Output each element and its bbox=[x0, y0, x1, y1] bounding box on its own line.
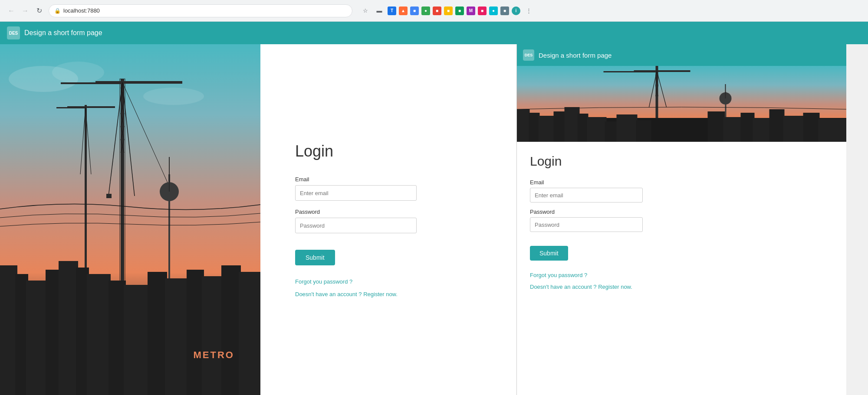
menu-icon[interactable]: ⋮ bbox=[523, 5, 535, 17]
svg-rect-42 bbox=[187, 270, 204, 395]
svg-rect-77 bbox=[819, 119, 847, 142]
preview-header-title: Design a short form page bbox=[539, 52, 612, 59]
ext-blue1[interactable]: ■ bbox=[410, 7, 419, 15]
ext-purple[interactable]: M bbox=[467, 7, 475, 15]
preview-panel: DES Design a short form page bbox=[516, 44, 846, 395]
svg-rect-73 bbox=[753, 118, 771, 142]
preview-content: Login Email Password Submit Forgot you p… bbox=[517, 142, 846, 395]
preview-logo-text: DES bbox=[525, 53, 533, 57]
svg-point-2 bbox=[52, 62, 104, 83]
preview-container: DES Design a short form page bbox=[517, 44, 846, 395]
address-bar[interactable]: 🔒 localhost:7880 bbox=[49, 4, 352, 17]
url-text: localhost:7880 bbox=[63, 7, 100, 14]
email-label: Email bbox=[295, 176, 417, 183]
svg-rect-63 bbox=[554, 111, 566, 142]
svg-rect-72 bbox=[741, 113, 755, 142]
svg-rect-39 bbox=[124, 285, 150, 395]
app-title: Design a short form page bbox=[24, 29, 102, 37]
svg-rect-61 bbox=[529, 113, 540, 142]
svg-rect-62 bbox=[539, 116, 556, 142]
svg-rect-68 bbox=[617, 114, 638, 142]
email-form-group: Email bbox=[295, 176, 417, 201]
preview-image bbox=[517, 66, 846, 142]
svg-rect-41 bbox=[165, 278, 189, 395]
lock-icon: 🔒 bbox=[54, 8, 61, 14]
preview-email-input[interactable] bbox=[530, 188, 643, 202]
svg-rect-31 bbox=[0, 265, 17, 395]
preview-register-link[interactable]: Doesn't have an account ? Register now. bbox=[530, 284, 833, 290]
svg-rect-66 bbox=[587, 117, 607, 142]
form-panel: Login Email Password Submit Forgot you p… bbox=[260, 44, 516, 395]
svg-point-3 bbox=[143, 88, 204, 105]
ext-pink[interactable]: ■ bbox=[478, 7, 487, 15]
preview-form-links: Forgot you password ? Doesn't have an ac… bbox=[530, 272, 833, 290]
svg-rect-34 bbox=[46, 270, 61, 395]
ext-teal[interactable]: i bbox=[512, 7, 520, 15]
svg-rect-35 bbox=[59, 261, 78, 395]
browser-chrome: ← → ↻ 🔒 localhost:7880 ☆ ▬ T ▲ ■ ● ■ ■ ■… bbox=[0, 0, 868, 22]
password-label: Password bbox=[295, 209, 417, 215]
svg-rect-71 bbox=[723, 117, 743, 142]
svg-rect-65 bbox=[578, 114, 589, 142]
preview-login-title: Login bbox=[530, 154, 833, 169]
svg-rect-60 bbox=[517, 109, 530, 142]
svg-rect-49 bbox=[604, 71, 656, 72]
main-area: METRO Login Email Password Submit Forgot… bbox=[0, 44, 868, 395]
bookmark-star-icon[interactable]: ☆ bbox=[359, 5, 372, 17]
preview-password-group: Password bbox=[530, 209, 833, 232]
svg-rect-24 bbox=[56, 107, 85, 108]
preview-header: DES Design a short form page bbox=[517, 44, 846, 66]
ext-trello[interactable]: T bbox=[388, 7, 396, 15]
submit-button[interactable]: Submit bbox=[295, 250, 335, 265]
refresh-button[interactable]: ↻ bbox=[33, 5, 45, 17]
image-panel: METRO bbox=[0, 44, 260, 395]
preview-email-group: Email bbox=[530, 179, 833, 202]
svg-rect-37 bbox=[87, 274, 111, 395]
ext-cyan[interactable]: ● bbox=[489, 7, 498, 15]
ext-green[interactable]: ● bbox=[421, 7, 430, 15]
back-button[interactable]: ← bbox=[5, 5, 17, 17]
svg-rect-38 bbox=[108, 281, 126, 395]
svg-rect-58 bbox=[725, 84, 726, 98]
svg-rect-76 bbox=[803, 113, 820, 142]
ext-green2[interactable]: ■ bbox=[455, 7, 464, 15]
svg-rect-43 bbox=[202, 276, 224, 395]
password-input[interactable] bbox=[295, 218, 417, 233]
forgot-password-link[interactable]: Forgot you password ? bbox=[295, 278, 398, 285]
extensions-icon[interactable]: ▬ bbox=[373, 5, 385, 17]
preview-logo: DES bbox=[523, 49, 534, 61]
ext-yellow[interactable]: ■ bbox=[444, 7, 453, 15]
browser-view: METRO Login Email Password Submit Forgot… bbox=[0, 44, 516, 395]
ext-red[interactable]: ■ bbox=[433, 7, 441, 15]
forward-button[interactable]: → bbox=[19, 5, 31, 17]
toolbar-icons: ☆ ▬ T ▲ ■ ● ■ ■ ■ M ■ ● ■ i ⋮ bbox=[359, 5, 535, 17]
app-logo: DES bbox=[7, 26, 20, 39]
svg-rect-74 bbox=[769, 109, 785, 142]
email-input[interactable] bbox=[295, 185, 417, 201]
svg-rect-40 bbox=[148, 272, 167, 395]
nav-buttons: ← → ↻ bbox=[5, 5, 45, 17]
ext-devtools[interactable]: ▲ bbox=[399, 7, 408, 15]
svg-rect-69 bbox=[636, 120, 651, 142]
app-header: DES Design a short form page bbox=[0, 22, 868, 44]
preview-password-label: Password bbox=[530, 209, 833, 215]
svg-rect-45 bbox=[239, 272, 260, 395]
login-title: Login bbox=[295, 142, 333, 160]
preview-email-label: Email bbox=[530, 179, 833, 186]
logo-text: DES bbox=[9, 31, 18, 36]
metro-text: METRO bbox=[194, 349, 234, 361]
svg-rect-75 bbox=[783, 116, 805, 142]
svg-rect-29 bbox=[169, 157, 170, 192]
preview-submit-button[interactable]: Submit bbox=[530, 246, 568, 261]
svg-rect-33 bbox=[26, 281, 48, 395]
svg-rect-22 bbox=[85, 105, 87, 270]
password-form-group: Password bbox=[295, 209, 417, 233]
svg-rect-64 bbox=[565, 107, 580, 142]
preview-password-input[interactable] bbox=[530, 217, 643, 232]
svg-rect-70 bbox=[708, 111, 725, 142]
ext-grey[interactable]: ■ bbox=[500, 7, 509, 15]
preview-forgot-password-link[interactable]: Forgot you password ? bbox=[530, 272, 833, 278]
svg-rect-7 bbox=[61, 82, 122, 84]
form-links: Forgot you password ? Doesn't have an ac… bbox=[295, 278, 398, 297]
register-link[interactable]: Doesn't have an account ? Register now. bbox=[295, 291, 398, 297]
